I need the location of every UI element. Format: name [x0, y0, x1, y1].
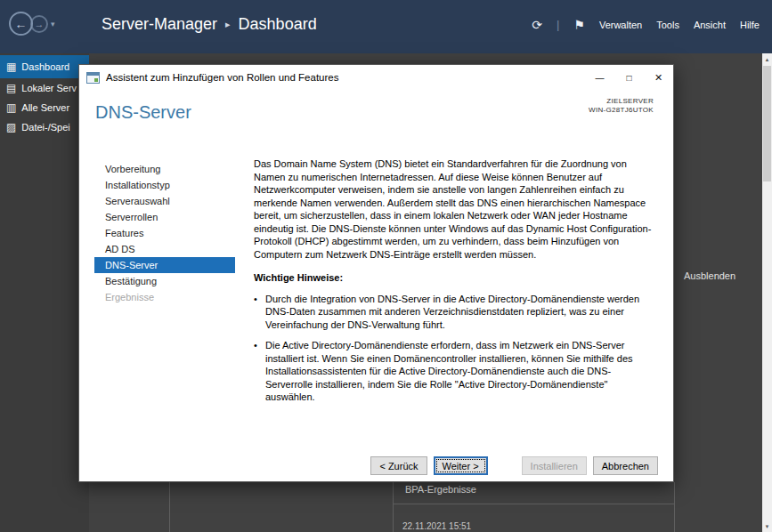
- vertical-scrollbar[interactable]: ▲ ▼: [762, 53, 772, 532]
- sidebar-nav: ▦ Dashboard ▤ Lokaler Serv ▥ Alle Server…: [0, 53, 89, 532]
- scroll-down-icon[interactable]: ▼: [762, 520, 772, 532]
- wizard-install-button: Installieren: [522, 456, 587, 475]
- wizard-next-button[interactable]: Weiter >: [434, 456, 488, 475]
- titlebar-actions: ⟳ | ⚑ Verwalten Tools Ansicht Hilfe: [532, 18, 760, 31]
- menu-hilfe[interactable]: Hilfe: [740, 20, 760, 30]
- workspace: ▦ Dashboard ▤ Lokaler Serv ▥ Alle Server…: [0, 53, 772, 532]
- note-item: • Die Active Directory-Domänendienste er…: [254, 339, 656, 404]
- hide-link[interactable]: Ausblenden: [684, 270, 735, 281]
- sidebar-item-lokaler-server[interactable]: ▤ Lokaler Serv: [0, 78, 89, 98]
- breadcrumb-page[interactable]: Dashboard: [239, 15, 317, 33]
- step-bestaetigung[interactable]: Bestätigung: [94, 273, 235, 289]
- dns-intro-text: Das Domain Name System (DNS) bietet ein …: [254, 157, 656, 261]
- wizard-button-row: < Zurück Weiter > Installieren Abbrechen: [370, 456, 658, 475]
- storage-icon: ▨: [6, 121, 16, 133]
- notifications-flag-icon[interactable]: ⚑: [573, 19, 585, 31]
- important-notes-heading: Wichtige Hinweise:: [254, 271, 656, 285]
- step-ergebnisse: Ergebnisse: [94, 289, 235, 305]
- step-vorbereitung[interactable]: Vorbereitung: [94, 161, 235, 177]
- breadcrumb-separator-icon: ▸: [225, 19, 231, 29]
- wizard-cancel-button[interactable]: Abbrechen: [593, 456, 658, 475]
- bullet-icon: •: [254, 293, 265, 332]
- breadcrumb: Server-Manager▸Dashboard: [102, 15, 317, 34]
- note-text: Durch die Integration von DNS-Server in …: [265, 293, 656, 332]
- bpa-results-title: BPA-Ergebnisse: [405, 484, 476, 495]
- tile-divider: [674, 482, 675, 532]
- target-server-block: ZIELSERVER WIN-G28TJ6UTOK: [589, 97, 654, 115]
- menu-ansicht[interactable]: Ansicht: [694, 20, 726, 30]
- titlebar-divider: |: [557, 18, 559, 31]
- step-serverauswahl[interactable]: Serverauswahl: [94, 193, 235, 209]
- note-text: Die Active Directory-Domänendienste erfo…: [265, 339, 656, 404]
- app-title: Server-Manager: [102, 15, 217, 33]
- step-features[interactable]: Features: [94, 225, 235, 241]
- forward-arrow-icon: →: [35, 19, 45, 29]
- step-dns-server[interactable]: DNS-Server: [94, 257, 235, 273]
- server-manager-screen: ← → ▾ Server-Manager▸Dashboard ⟳ | ⚑ Ver…: [0, 0, 772, 532]
- scroll-up-icon[interactable]: ▲: [762, 53, 772, 65]
- bpa-timestamp: 22.11.2021 15:51: [402, 521, 471, 531]
- sidebar-item-alle-server[interactable]: ▥ Alle Server: [0, 98, 89, 117]
- sidebar-item-dashboard[interactable]: ▦ Dashboard: [0, 55, 89, 78]
- sidebar-item-label: Datei-/Spei: [21, 122, 69, 133]
- target-server-name: WIN-G28TJ6UTOK: [589, 106, 654, 115]
- minimize-button[interactable]: —: [585, 65, 614, 90]
- step-ad-ds[interactable]: AD DS: [94, 241, 235, 257]
- server-manager-titlebar: ← → ▾ Server-Manager▸Dashboard ⟳ | ⚑ Ver…: [0, 0, 772, 53]
- maximize-button[interactable]: □: [614, 65, 644, 90]
- wizard-window-icon: [86, 72, 100, 84]
- tile-divider: [393, 482, 394, 532]
- nav-back-button[interactable]: ←: [9, 12, 33, 36]
- wizard-content: Das Domain Name System (DNS) bietet ein …: [254, 157, 656, 412]
- dialog-titlebar[interactable]: Assistent zum Hinzufügen von Rollen und …: [79, 65, 673, 90]
- target-server-label: ZIELSERVER: [606, 97, 654, 106]
- window-controls: — □ ✕: [585, 65, 673, 90]
- sidebar-item-label: Alle Server: [21, 102, 69, 113]
- bpa-divider: [393, 504, 674, 504]
- dialog-title: Assistent zum Hinzufügen von Rollen und …: [106, 72, 338, 83]
- back-arrow-icon: ←: [15, 17, 28, 31]
- add-roles-features-wizard-dialog: Assistent zum Hinzufügen von Rollen und …: [78, 64, 674, 482]
- history-dropdown-icon[interactable]: ▾: [51, 20, 55, 28]
- server-icon: ▤: [6, 82, 16, 94]
- bullet-icon: •: [254, 339, 265, 404]
- servers-icon: ▥: [6, 101, 16, 114]
- nav-forward-button[interactable]: →: [30, 15, 48, 33]
- history-nav: ← → ▾: [9, 12, 55, 36]
- scrollbar-thumb[interactable]: [763, 66, 771, 181]
- sidebar-item-datei-speicherdienste[interactable]: ▨ Datei-/Spei: [0, 117, 89, 137]
- sidebar-item-label: Lokaler Serv: [21, 83, 77, 93]
- close-button[interactable]: ✕: [644, 65, 673, 90]
- note-item: • Durch die Integration von DNS-Server i…: [254, 293, 656, 332]
- wizard-back-button[interactable]: < Zurück: [370, 456, 427, 475]
- dashboard-grid-icon: ▦: [6, 60, 16, 73]
- tile-divider: [169, 482, 170, 532]
- sidebar-item-label: Dashboard: [21, 61, 69, 72]
- wizard-steps-nav: Vorbereitung Installationstyp Serverausw…: [94, 161, 235, 305]
- step-serverrollen[interactable]: Serverrollen: [94, 209, 235, 225]
- menu-verwalten[interactable]: Verwalten: [599, 20, 642, 30]
- menu-tools[interactable]: Tools: [656, 20, 679, 30]
- step-installationstyp[interactable]: Installationstyp: [94, 177, 235, 193]
- wizard-page-title: DNS-Server: [95, 102, 191, 123]
- refresh-icon[interactable]: ⟳: [532, 19, 542, 31]
